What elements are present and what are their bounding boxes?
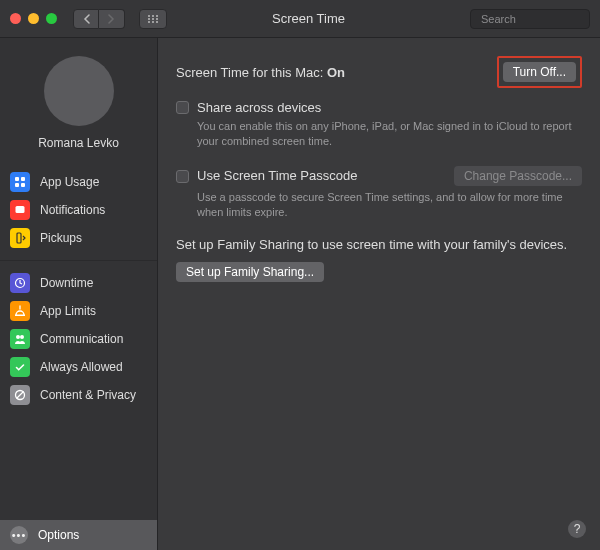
svg-rect-11 <box>15 177 19 181</box>
svg-rect-15 <box>16 206 25 213</box>
avatar <box>44 56 114 126</box>
svg-point-6 <box>148 21 150 23</box>
sidebar-item-options[interactable]: ••• Options <box>0 520 157 550</box>
sidebar-item-app-limits[interactable]: App Limits <box>0 297 157 325</box>
chevron-left-icon <box>83 14 90 24</box>
svg-point-1 <box>152 15 154 17</box>
svg-point-20 <box>20 335 24 339</box>
sidebar-item-notifications[interactable]: Notifications <box>0 196 157 224</box>
turn-off-button[interactable]: Turn Off... <box>503 62 576 82</box>
help-icon: ? <box>574 522 581 536</box>
minimize-icon[interactable] <box>28 13 39 24</box>
svg-line-22 <box>17 392 24 399</box>
window-controls <box>10 13 57 24</box>
search-input[interactable] <box>481 13 600 25</box>
back-button[interactable] <box>73 9 99 29</box>
sidebar: Romana Levko App Usage Notifications Pic… <box>0 38 158 550</box>
sidebar-item-pickups[interactable]: Pickups <box>0 224 157 252</box>
sidebar-item-downtime[interactable]: Downtime <box>0 269 157 297</box>
sidebar-item-label: Content & Privacy <box>40 388 136 402</box>
window-title: Screen Time <box>155 11 462 26</box>
user-name: Romana Levko <box>38 136 119 150</box>
sidebar-item-communication[interactable]: Communication <box>0 325 157 353</box>
use-passcode-label: Use Screen Time Passcode <box>197 168 357 183</box>
notifications-icon <box>10 200 30 220</box>
sidebar-item-always-allowed[interactable]: Always Allowed <box>0 353 157 381</box>
svg-point-3 <box>148 18 150 20</box>
pickups-icon <box>10 228 30 248</box>
help-button[interactable]: ? <box>568 520 586 538</box>
sidebar-item-label: App Usage <box>40 175 99 189</box>
user-block: Romana Levko <box>0 38 157 164</box>
options-icon: ••• <box>10 526 28 544</box>
sidebar-item-label: Options <box>38 528 79 542</box>
svg-point-7 <box>152 21 154 23</box>
content-pane: Screen Time for this Mac: On Turn Off...… <box>158 38 600 550</box>
passcode-desc: Use a passcode to secure Screen Time set… <box>197 190 582 221</box>
search-field[interactable] <box>470 9 590 29</box>
sidebar-divider <box>0 260 157 261</box>
communication-icon <box>10 329 30 349</box>
sidebar-item-label: Pickups <box>40 231 82 245</box>
nav-buttons <box>73 9 125 29</box>
svg-rect-13 <box>15 183 19 187</box>
svg-rect-16 <box>17 233 21 243</box>
change-passcode-button[interactable]: Change Passcode... <box>454 166 582 186</box>
share-across-devices-checkbox[interactable] <box>176 101 189 114</box>
svg-point-19 <box>16 335 20 339</box>
close-icon[interactable] <box>10 13 21 24</box>
svg-point-0 <box>148 15 150 17</box>
svg-rect-12 <box>21 177 25 181</box>
sidebar-item-label: Downtime <box>40 276 93 290</box>
svg-rect-14 <box>21 183 25 187</box>
sidebar-item-label: App Limits <box>40 304 96 318</box>
content-privacy-icon <box>10 385 30 405</box>
sidebar-item-label: Always Allowed <box>40 360 123 374</box>
screen-time-status: Screen Time for this Mac: On <box>176 65 345 80</box>
share-across-devices-desc: You can enable this on any iPhone, iPad,… <box>197 119 582 150</box>
sidebar-item-app-usage[interactable]: App Usage <box>0 168 157 196</box>
forward-button[interactable] <box>99 9 125 29</box>
family-sharing-text: Set up Family Sharing to use screen time… <box>176 237 582 252</box>
always-allowed-icon <box>10 357 30 377</box>
sidebar-item-label: Notifications <box>40 203 105 217</box>
sidebar-item-content-privacy[interactable]: Content & Privacy <box>0 381 157 409</box>
title-bar: Screen Time <box>0 0 600 38</box>
share-across-devices-label: Share across devices <box>197 100 321 115</box>
setup-family-sharing-button[interactable]: Set up Family Sharing... <box>176 262 324 282</box>
zoom-icon[interactable] <box>46 13 57 24</box>
svg-point-4 <box>152 18 154 20</box>
app-usage-icon <box>10 172 30 192</box>
use-passcode-checkbox[interactable] <box>176 170 189 183</box>
svg-rect-18 <box>15 315 25 317</box>
app-limits-icon <box>10 301 30 321</box>
turn-off-highlight: Turn Off... <box>497 56 582 88</box>
sidebar-item-label: Communication <box>40 332 123 346</box>
chevron-right-icon <box>108 14 115 24</box>
downtime-icon <box>10 273 30 293</box>
